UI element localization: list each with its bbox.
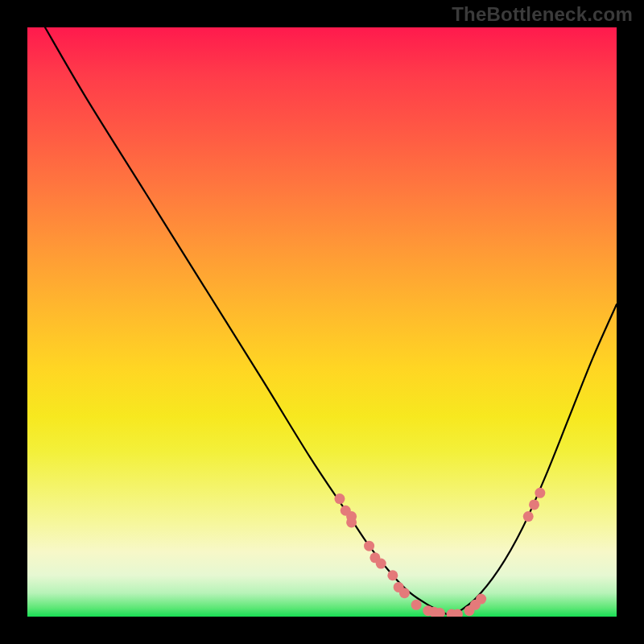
data-point (399, 588, 410, 598)
curve-right-curve (452, 304, 617, 617)
data-point (476, 594, 486, 605)
watermark-text: TheBottleneck.com (452, 3, 633, 26)
chart-frame: TheBottleneck.com (0, 0, 644, 644)
marker-group (334, 488, 545, 617)
data-point (529, 499, 539, 510)
curve-group (45, 27, 617, 617)
data-point (387, 570, 398, 580)
data-point (346, 517, 357, 527)
chart-svg (27, 27, 617, 617)
curve-left-curve (45, 27, 452, 617)
data-point (523, 511, 534, 522)
data-point (364, 541, 374, 551)
data-point (376, 559, 386, 569)
data-point (535, 488, 545, 498)
data-point (411, 600, 422, 610)
plot-area (27, 27, 617, 617)
data-point (334, 493, 345, 504)
